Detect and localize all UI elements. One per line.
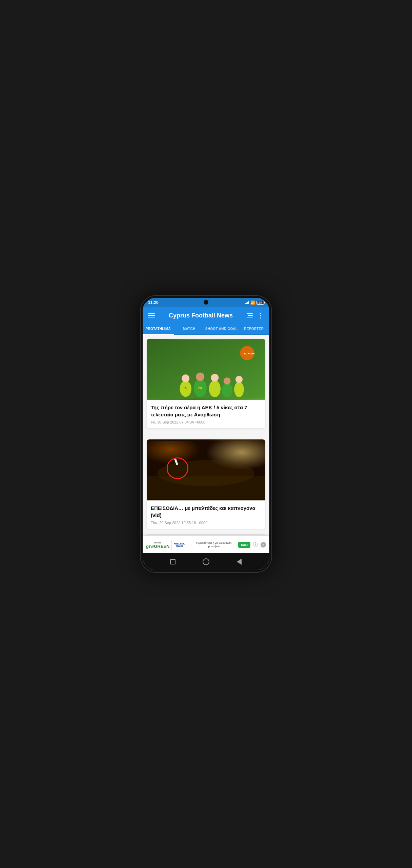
svg-point-9 [211,374,219,381]
article-1-body: Της πήρε τον αέρα η ΑΕΚ / 5 νίκες στα 7 … [147,400,265,428]
tab-protathlima[interactable]: PROTATHLIMA [143,324,174,334]
nav-home-button[interactable] [201,557,211,566]
ad-cta-button[interactable]: ΕΔΩ [238,542,250,548]
divider-2 [147,534,265,535]
content-area[interactable]: 4 24 [143,335,269,553]
svg-point-6 [196,373,204,381]
status-icons: 📶 19 [245,301,264,305]
ad-info-icon[interactable]: i [253,542,258,547]
article-1-date: Fri, 30 Sep 2022 07:04:34 +0000 [151,420,261,424]
article-1-title: Της πήρε τον αέρα η ΑΕΚ / 5 νίκες στα 7 … [151,404,261,418]
wifi-icon: 📶 [250,301,255,305]
tabs-bar: PROTATHLIMA MATCH SHOOT AND GOAL REPORTE… [143,324,269,335]
list-view-icon[interactable] [247,313,253,317]
svg-point-20 [158,460,255,486]
tab-match[interactable]: MATCH [174,324,205,334]
more-options-icon[interactable]: ⋮ [257,311,264,319]
phone-frame: 11:20 📶 19 Cyprus Football News [140,295,272,573]
svg-point-12 [234,381,244,397]
ad-separator [171,540,172,550]
signal-icon [245,301,249,304]
app-title: Cyprus Football News [159,312,243,319]
ad-hellenic-bank: HELLENIC BANK [174,542,185,547]
ad-description: Περισσότερα ή για διεύθυνση ραντεβού [192,541,235,549]
ad-logo-area: HOME grwGREEN HELLENIC BANK [146,540,189,550]
svg-text:4: 4 [185,386,187,390]
ad-home-text: HOME [154,541,161,544]
ad-banner[interactable]: HOME grwGREEN HELLENIC BANK Περισσότερα … [143,536,269,553]
svg-text:24: 24 [198,386,202,390]
news-card-2[interactable]: ΕΠΕΙΣΟΔΙΑ… με μπαλτάδες και καπνογόνα (v… [147,439,265,529]
battery-text: 19 [259,301,262,304]
tab-shoot-and-goal[interactable]: SHOOT AND GOAL [205,324,239,334]
svg-point-11 [224,377,231,385]
ad-close-button[interactable]: ✕ [261,542,266,547]
header-right-icons: ⋮ [247,311,264,319]
circle-icon [203,558,209,565]
news-card-1[interactable]: 4 24 [147,339,265,428]
article-1-image: 4 24 [147,339,265,400]
back-triangle-icon [237,559,242,565]
svg-point-8 [209,380,221,397]
hamburger-menu-icon[interactable] [148,313,155,317]
phone-screen: 11:20 📶 19 Cyprus Football News [143,298,269,570]
battery-icon: 19 [256,301,264,305]
tab-reporter[interactable]: REPORTER [239,324,270,334]
svg-point-13 [235,376,243,383]
article-2-date: Thu, 29 Sep 2022 19:55:18 +0000 [151,521,261,525]
ad-grow-brand: grwGREEN [146,544,169,549]
article-2-title: ΕΠΕΙΣΟΔΙΑ… με μπαλτάδες και καπνογόνα (v… [151,504,261,519]
svg-point-10 [222,383,232,397]
divider-1 [147,434,265,434]
app-header: Cyprus Football News ⋮ [143,307,269,324]
article-2-image [147,439,265,500]
camera-notch [204,300,208,305]
svg-text:EUROPA: EUROPA [244,352,255,355]
bottom-navigation [143,553,269,570]
nav-back-button[interactable] [234,557,244,566]
nav-recent-apps-button[interactable] [168,557,178,566]
status-time: 11:20 [148,300,159,305]
svg-point-3 [182,374,189,382]
article-2-body: ΕΠΕΙΣΟΔΙΑ… με μπαλτάδες και καπνογόνα (v… [147,500,265,529]
square-icon [170,559,176,564]
